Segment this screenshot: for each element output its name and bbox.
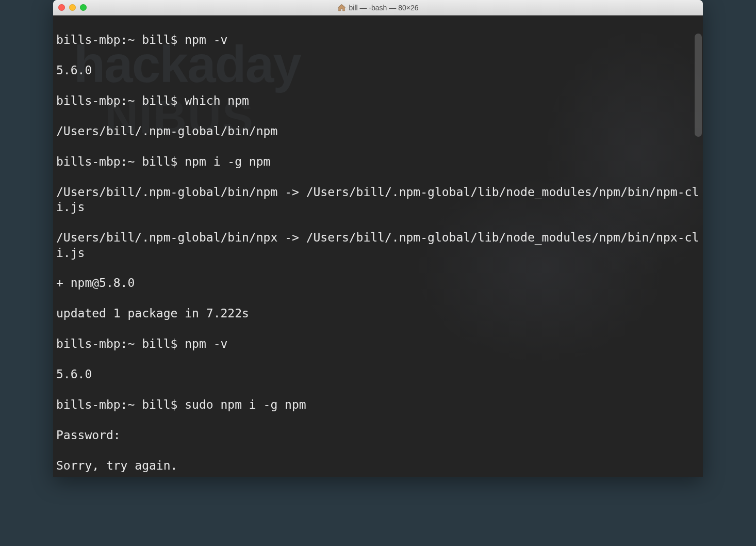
prompt: bills-mbp:~ bill$ — [56, 337, 185, 350]
minimize-button[interactable] — [69, 4, 76, 11]
titlebar[interactable]: bill — -bash — 80×26 — [53, 0, 703, 15]
prompt: bills-mbp:~ bill$ — [56, 94, 185, 107]
command-text: sudo npm i -g npm — [185, 398, 306, 411]
terminal-line: + npm@5.8.0 — [56, 276, 700, 291]
terminal-line: bills-mbp:~ bill$ npm i -g npm — [56, 154, 700, 169]
terminal-line: updated 1 package in 7.222s — [56, 306, 700, 321]
title-text: bill — -bash — 80×26 — [349, 4, 418, 12]
terminal-line: Sorry, try again. — [56, 458, 700, 473]
terminal-line: 5.6.0 — [56, 63, 700, 78]
terminal-line: Password: — [56, 428, 700, 443]
window-title: bill — -bash — 80×26 — [337, 4, 418, 12]
prompt: bills-mbp:~ bill$ — [56, 398, 185, 411]
terminal-line: bills-mbp:~ bill$ npm -v — [56, 33, 700, 47]
terminal-body[interactable]: hackaday NIBUS bills-mbp:~ bill$ npm -v … — [53, 15, 703, 477]
terminal-line: bills-mbp:~ bill$ sudo npm i -g npm — [56, 397, 700, 412]
command-text: npm i -g npm — [185, 155, 270, 168]
prompt: bills-mbp:~ bill$ — [56, 155, 185, 168]
terminal-content[interactable]: bills-mbp:~ bill$ npm -v 5.6.0 bills-mbp… — [56, 18, 700, 477]
command-text: npm -v — [185, 337, 227, 350]
close-button[interactable] — [58, 4, 65, 11]
terminal-line: 5.6.0 — [56, 367, 700, 382]
terminal-line: /Users/bill/.npm-global/bin/npx -> /User… — [56, 230, 700, 261]
home-icon — [337, 4, 346, 12]
terminal-line: bills-mbp:~ bill$ npm -v — [56, 336, 700, 351]
command-text: which npm — [185, 94, 249, 107]
terminal-line: /Users/bill/.npm-global/bin/npm — [56, 124, 700, 139]
command-text: npm -v — [185, 33, 227, 46]
terminal-window: bill — -bash — 80×26 hackaday NIBUS bill… — [53, 0, 703, 477]
terminal-line: /Users/bill/.npm-global/bin/npm -> /User… — [56, 185, 700, 215]
maximize-button[interactable] — [80, 4, 87, 11]
traffic-lights — [53, 4, 87, 11]
prompt: bills-mbp:~ bill$ — [56, 33, 185, 46]
terminal-line: bills-mbp:~ bill$ which npm — [56, 93, 700, 108]
